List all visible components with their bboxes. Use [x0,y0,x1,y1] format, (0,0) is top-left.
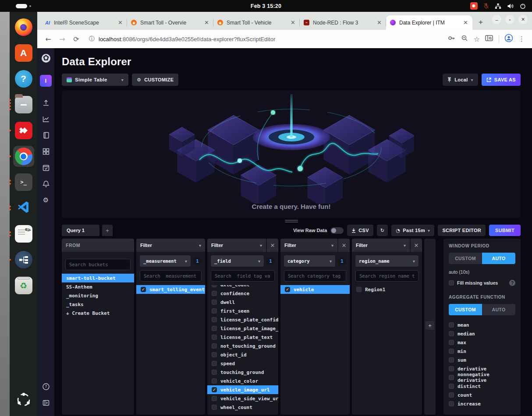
remove-filter-icon[interactable]: ✕ [267,239,278,252]
bucket-list-item[interactable]: _tasks [62,300,134,309]
tag-value-row[interactable]: first_seen [207,307,278,315]
bucket-list-item[interactable]: SS-Anthem [62,282,134,291]
remove-filter-icon[interactable]: ✕ [411,239,422,252]
dock-item-chrome[interactable] [13,146,34,167]
tag-value-row[interactable]: dwell [207,298,278,307]
password-key-icon[interactable] [447,34,455,44]
viz-type-dropdown[interactable]: Simple Table ▾ [62,74,128,86]
remove-filter-icon[interactable]: ✕ [338,239,350,252]
aggregate-function-row[interactable]: increase [447,399,517,408]
checkbox-checked[interactable]: ✓ [212,387,217,392]
aggregate-function-row[interactable]: distinct [447,382,517,391]
aggregate-function-row[interactable]: nonnegative derivative [447,373,517,382]
zoom-out-icon[interactable] [461,34,468,44]
tag-key-dropdown[interactable]: _measurement▾ [140,255,191,267]
tag-key-dropdown[interactable]: category▾ [284,255,335,267]
aggregate-function-row[interactable]: median [447,329,517,338]
system-clock[interactable]: Feb 3 15:20 [0,3,532,9]
checkbox[interactable] [212,335,217,340]
checkbox[interactable] [449,331,454,336]
dock-item-ubuntu-software[interactable]: A [13,42,34,63]
back-icon[interactable]: ← [43,33,54,45]
dock-item-terminal[interactable]: >_ [13,172,34,193]
query-tab[interactable]: Query 1 [62,225,99,236]
dock-item-vscode[interactable] [13,197,34,219]
nav-alerts-icon[interactable] [40,178,52,190]
browser-tab[interactable]: Data Explorer | ITM✕ [386,15,472,30]
checkbox[interactable] [449,384,454,389]
checkbox[interactable] [449,401,454,406]
checkbox[interactable] [449,357,454,363]
checkbox[interactable] [449,366,454,371]
aggregate-function-row[interactable]: count [447,391,517,399]
nav-settings-icon[interactable]: ⚙ [40,194,52,206]
aggregate-function-row[interactable]: sum [447,356,517,364]
tag-value-search-input[interactable] [140,270,202,282]
nav-influx-logo-icon[interactable] [40,53,52,64]
tag-value-row[interactable]: Region1 [352,285,422,294]
menu-kebab-icon[interactable]: ⋮ [518,35,525,43]
dock-item-firefox[interactable] [13,17,34,38]
filter-dropdown[interactable]: Filter▾ [280,239,337,252]
tag-value-row[interactable]: axle_count [207,285,278,289]
script-editor-button[interactable]: SCRIPT EDITOR [438,225,486,236]
checkbox[interactable] [212,285,217,287]
tag-value-row[interactable]: not_touching_ground [207,342,278,350]
filter-dropdown[interactable]: Filter▾ [352,239,410,252]
browser-tab[interactable]: Smart Toll - Overvie✕ [127,15,213,30]
checkbox[interactable] [212,378,217,384]
checkbox[interactable] [212,370,217,375]
submit-button[interactable]: SUBMIT [489,225,521,236]
restore-button[interactable]: ▫ [505,15,514,24]
segment-custom[interactable]: CUSTOM [449,304,482,315]
dock-item-red-app[interactable] [13,120,34,141]
checkbox[interactable] [449,340,454,345]
bucket-list-item[interactable]: + Create Bucket [62,309,134,317]
fill-missing-checkbox[interactable] [449,280,454,286]
browser-tab[interactable]: Smart Toll - Vehicle✕ [213,15,300,30]
checkbox[interactable] [212,300,217,305]
nav-notebook-icon[interactable] [40,130,52,141]
dock-item-text-editor[interactable]: ✏ [13,223,34,244]
dock-item-help[interactable]: ? [13,68,34,89]
checkbox[interactable] [356,287,362,292]
csv-button[interactable]: CSV [347,225,373,236]
customize-button[interactable]: ⚙ CUSTOMIZE [132,74,178,86]
tab-close-icon[interactable]: ✕ [462,19,469,26]
volume-icon[interactable] [507,3,514,9]
nav-upload-icon[interactable] [40,97,52,109]
reload-icon[interactable]: ⟳ [71,33,82,45]
bucket-list-item[interactable]: smart-toll-bucket [62,274,134,282]
browser-tab[interactable]: AIIntel® SceneScape✕ [41,15,127,30]
tag-value-row[interactable]: license_plate_image_u_ [207,324,278,333]
tab-close-icon[interactable]: ✕ [117,19,124,26]
tag-value-row[interactable]: object_id [207,350,278,359]
profile-avatar-icon[interactable] [504,34,513,44]
nav-graph-icon[interactable] [40,113,52,125]
aggregate-function-row[interactable]: max [447,338,517,347]
save-as-button[interactable]: SAVE AS [482,74,521,86]
local-dropdown[interactable]: Local ▾ [443,74,478,86]
checkbox[interactable] [212,343,217,349]
browser-tab[interactable]: ⌁Node-RED : Flow 3✕ [300,15,386,30]
tag-value-search-input[interactable] [355,270,419,282]
tag-key-dropdown[interactable]: _field▾ [211,255,264,267]
checkbox[interactable] [212,361,217,366]
segment-auto[interactable]: AUTO [482,253,515,264]
segment-auto[interactable]: AUTO [482,304,515,315]
dock-item-files[interactable] [13,94,34,115]
screenshare-indicator-icon[interactable] [470,2,478,10]
nav-help-circle-icon[interactable]: ? [40,381,52,392]
bookmark-star-icon[interactable]: ☆ [474,35,480,43]
system-tray[interactable] [470,2,532,10]
time-range-dropdown[interactable]: ◔ Past 15m ▾ [391,225,434,236]
site-info-icon[interactable]: ⓘ [89,35,95,43]
tag-value-row[interactable]: touching_ground [207,368,278,377]
bucket-list-item[interactable]: _monitoring [62,291,134,300]
checkbox[interactable] [449,392,454,398]
tab-close-icon[interactable]: ✕ [290,19,296,26]
dock-item-flow-app[interactable] [13,249,34,270]
tag-value-row[interactable]: license_plate_text [207,333,278,342]
nav-dashboards-icon[interactable] [40,146,52,157]
info-question-icon[interactable]: ? [509,280,515,286]
